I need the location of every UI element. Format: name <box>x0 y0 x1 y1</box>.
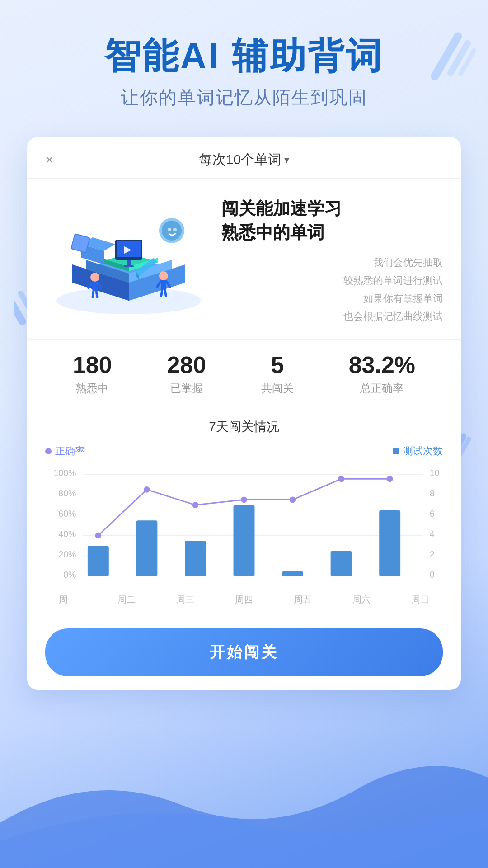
x-label-wed: 周三 <box>176 594 194 606</box>
stat-mastered-value: 280 <box>167 353 206 377</box>
session-title: 每次10个单词 <box>199 151 282 169</box>
svg-point-72 <box>241 496 247 503</box>
hero-desc-line-3: 如果你有掌握单词 <box>221 290 443 308</box>
x-label-fri: 周五 <box>294 594 312 606</box>
legend-tests: 测试次数 <box>393 444 443 458</box>
stat-accuracy: 83.2% 总正确率 <box>349 353 415 396</box>
bottom-decoration <box>0 732 488 868</box>
stat-accuracy-value: 83.2% <box>349 353 415 377</box>
hero-title: 闯关能加速学习熟悉中的单词 <box>221 197 443 245</box>
svg-rect-23 <box>124 265 134 267</box>
x-label-thu: 周四 <box>235 594 253 606</box>
svg-rect-64 <box>185 541 206 576</box>
svg-text:4: 4 <box>430 529 435 539</box>
svg-text:20%: 20% <box>58 549 76 559</box>
legend-accuracy: 正确率 <box>45 444 85 458</box>
start-button[interactable]: 开始闯关 <box>45 628 443 676</box>
svg-text:2: 2 <box>430 549 435 559</box>
hero-desc-line-4: 也会根据记忆曲线测试 <box>221 307 443 326</box>
top-section: 智能AI 辅助背词 让你的单词记忆从陌生到巩固 <box>0 0 488 128</box>
stat-levels: 5 共闯关 <box>261 353 294 396</box>
stat-levels-label: 共闯关 <box>261 381 294 396</box>
svg-rect-62 <box>88 546 109 576</box>
svg-point-75 <box>387 476 393 482</box>
stat-mastered-label: 已掌握 <box>167 381 206 396</box>
hero-illustration <box>45 192 212 319</box>
stat-accuracy-label: 总正确率 <box>349 381 415 396</box>
svg-line-35 <box>96 291 97 297</box>
svg-point-74 <box>338 476 344 482</box>
svg-rect-22 <box>127 260 131 265</box>
card-container: × 每次10个单词 ▾ <box>27 137 461 690</box>
svg-line-40 <box>161 289 162 296</box>
svg-point-27 <box>173 228 177 231</box>
svg-point-71 <box>192 502 199 508</box>
hero-desc-line-1: 我们会优先抽取 <box>221 254 443 272</box>
svg-rect-63 <box>136 520 157 576</box>
main-title: 智能AI 辅助背词 <box>27 36 461 76</box>
svg-point-36 <box>159 271 168 280</box>
legend-square-icon <box>393 448 399 454</box>
x-label-sat: 周六 <box>352 594 371 606</box>
svg-point-69 <box>95 532 101 538</box>
svg-line-34 <box>93 291 94 297</box>
dropdown-arrow-icon[interactable]: ▾ <box>284 154 289 166</box>
sub-title: 让你的单词记忆从陌生到巩固 <box>27 85 461 110</box>
svg-point-25 <box>162 221 182 241</box>
svg-rect-67 <box>331 551 352 576</box>
hero-desc: 我们会优先抽取 较熟悉的单词进行测试 如果你有掌握单词 也会根据记忆曲线测试 <box>221 254 443 325</box>
card-header: × 每次10个单词 ▾ <box>27 137 461 179</box>
x-label-sun: 周日 <box>411 594 429 606</box>
stat-familiar-value: 180 <box>73 353 112 377</box>
svg-rect-65 <box>234 505 255 576</box>
svg-rect-68 <box>379 510 400 576</box>
chart-legend: 正确率 测试次数 <box>45 444 443 458</box>
close-button[interactable]: × <box>45 151 54 168</box>
stat-familiar: 180 熟悉中 <box>73 353 112 396</box>
legend-dot-icon <box>45 448 52 454</box>
stat-familiar-label: 熟悉中 <box>73 381 112 396</box>
svg-point-70 <box>144 486 150 493</box>
svg-text:10: 10 <box>430 468 440 478</box>
legend-accuracy-label: 正确率 <box>55 444 85 458</box>
stats-row: 180 熟悉中 280 已掌握 5 共闯关 83.2% 总正确率 <box>27 339 461 409</box>
svg-text:80%: 80% <box>58 488 76 498</box>
chart-title: 7天闯关情况 <box>45 418 443 435</box>
svg-point-26 <box>168 228 171 231</box>
stat-levels-value: 5 <box>261 353 294 377</box>
svg-rect-3 <box>14 284 28 327</box>
isometric-svg <box>45 192 212 319</box>
x-axis-labels: 周一 周二 周三 周四 周五 周六 周日 <box>45 594 443 606</box>
svg-text:60%: 60% <box>58 509 76 519</box>
svg-text:0%: 0% <box>63 570 76 580</box>
chart-area: 100% 80% 60% 40% 20% 0% 10 8 6 4 2 0 <box>45 462 443 589</box>
svg-point-30 <box>90 273 99 282</box>
svg-text:100%: 100% <box>53 468 76 478</box>
stat-mastered: 280 已掌握 <box>167 353 206 396</box>
x-label-tue: 周二 <box>117 594 136 606</box>
svg-rect-66 <box>282 571 303 576</box>
svg-line-41 <box>165 289 166 296</box>
x-label-mon: 周一 <box>59 594 77 606</box>
svg-text:0: 0 <box>430 570 435 580</box>
hero-desc-line-2: 较熟悉的单词进行测试 <box>221 272 443 290</box>
main-card: × 每次10个单词 ▾ <box>27 137 461 690</box>
chart-svg: 100% 80% 60% 40% 20% 0% 10 8 6 4 2 0 <box>45 462 443 589</box>
svg-text:8: 8 <box>430 488 435 498</box>
hero-text: 闯关能加速学习熟悉中的单词 我们会优先抽取 较熟悉的单词进行测试 如果你有掌握单… <box>212 192 443 326</box>
legend-tests-label: 测试次数 <box>403 444 443 458</box>
svg-text:6: 6 <box>430 509 435 519</box>
hero-section: 闯关能加速学习熟悉中的单词 我们会优先抽取 较熟悉的单词进行测试 如果你有掌握单… <box>27 179 461 339</box>
svg-point-73 <box>290 496 296 503</box>
chart-section: 7天闯关情况 正确率 测试次数 100% 80% 60% 40% <box>27 409 461 619</box>
svg-text:40%: 40% <box>58 529 76 539</box>
